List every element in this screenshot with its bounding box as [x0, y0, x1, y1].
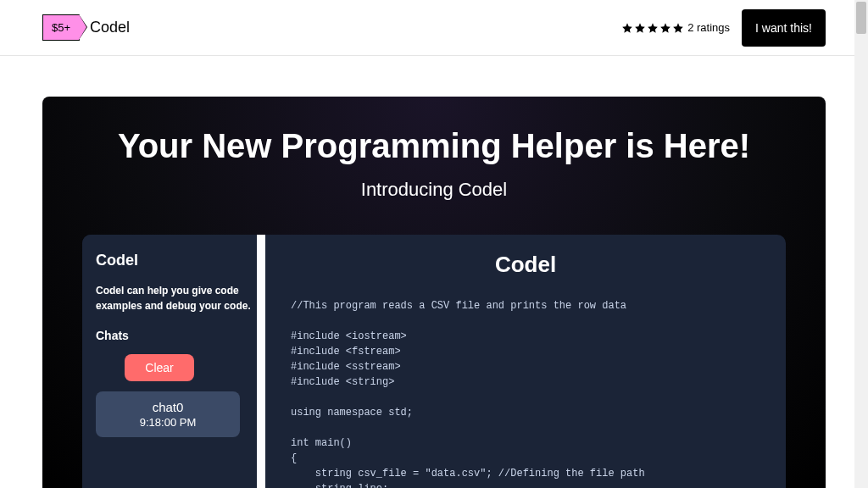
chat-item-name: chat0: [96, 400, 240, 414]
app-sidebar-title: Codel: [96, 252, 252, 269]
product-name: Codel: [90, 19, 130, 36]
header-left: $5+ Codel: [42, 14, 130, 41]
star-icon: [621, 22, 633, 34]
ratings[interactable]: 2 ratings: [621, 21, 730, 34]
cta-button[interactable]: I want this!: [742, 9, 826, 47]
scrollbar-thumb[interactable]: [856, 2, 866, 34]
chat-item-time: 9:18:00 PM: [96, 416, 240, 429]
app-sidebar-desc: Codel can help you give code examples an…: [96, 283, 252, 313]
clear-button[interactable]: Clear: [125, 354, 194, 381]
star-icon: [659, 22, 671, 34]
hero-title: Your New Programming Helper is Here!: [73, 127, 795, 165]
chats-label: Chats: [96, 329, 252, 342]
app-preview: Codel Codel can help you give code examp…: [82, 235, 786, 488]
ratings-text: 2 ratings: [687, 21, 730, 34]
scrollbar[interactable]: [854, 0, 868, 488]
chat-item[interactable]: chat0 9:18:00 PM: [96, 391, 240, 437]
star-icon: [634, 22, 646, 34]
star-icon: [672, 22, 684, 34]
price-tag[interactable]: $5+: [42, 14, 80, 41]
code-block: //This program reads a CSV file and prin…: [291, 298, 760, 488]
app-main: Codel //This program reads a CSV file an…: [265, 235, 786, 488]
stars: [621, 22, 684, 34]
star-icon: [647, 22, 659, 34]
app-main-title: Codel: [291, 252, 760, 278]
header-right: 2 ratings I want this!: [621, 9, 826, 47]
app-sidebar: Codel Codel can help you give code examp…: [82, 235, 265, 488]
hero-subtitle: Introducing Codel: [73, 179, 795, 201]
hero-section: Your New Programming Helper is Here! Int…: [42, 97, 826, 488]
page-header: $5+ Codel 2 ratings I want this!: [0, 0, 868, 56]
